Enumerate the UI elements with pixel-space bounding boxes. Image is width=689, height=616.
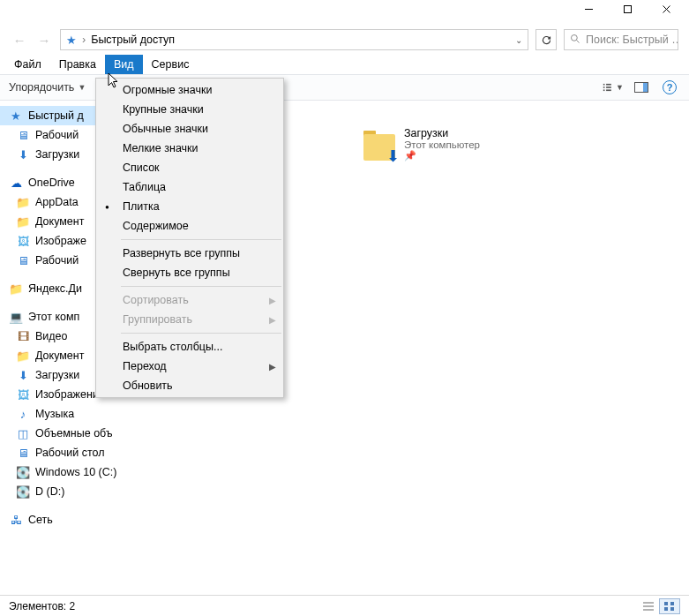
svg-rect-17	[664, 602, 668, 605]
help-icon: ?	[663, 80, 677, 94]
svg-rect-9	[606, 84, 611, 86]
folder-icon: 📁	[9, 282, 23, 296]
network-icon: 🖧	[9, 513, 23, 527]
desktop-icon: 🖥	[16, 446, 30, 460]
minimize-button[interactable]	[569, 0, 608, 18]
cloud-icon: ☁	[9, 176, 23, 190]
dd-normal-icons[interactable]: Обычные значки	[96, 119, 283, 139]
forward-button[interactable]: →	[35, 31, 53, 49]
dd-content[interactable]: Содержимое	[96, 216, 283, 236]
view-dropdown: Огромные значки Крупные значки Обычные з…	[95, 78, 284, 398]
address-bar[interactable]: ★ › Быстрый доступ ⌄	[60, 29, 528, 50]
drive-icon: 💽	[16, 485, 30, 499]
dd-sort: Сортировать▶	[96, 290, 283, 310]
tree-volumes[interactable]: ◫Объемные объ	[0, 424, 124, 443]
refresh-button[interactable]	[535, 29, 557, 50]
maximize-button[interactable]	[608, 0, 647, 18]
svg-line-5	[577, 40, 580, 42]
svg-rect-19	[664, 607, 668, 611]
svg-rect-18	[670, 602, 674, 605]
address-dropdown-button[interactable]: ⌄	[515, 35, 522, 45]
tree-ddrive[interactable]: 💽D (D:)	[0, 482, 124, 501]
folder-icon: 📁	[16, 195, 30, 209]
chevron-right-icon: ▶	[269, 362, 276, 372]
tree-network[interactable]: 🖧Сеть	[0, 510, 124, 530]
pc-icon: 💻	[9, 310, 23, 324]
help-button[interactable]: ?	[659, 78, 680, 97]
preview-pane-button[interactable]	[631, 78, 652, 97]
folder-icon: 📁	[16, 349, 30, 363]
bullet-icon: ●	[105, 203, 109, 211]
breadcrumb[interactable]: Быстрый доступ	[91, 34, 175, 46]
search-icon	[570, 34, 580, 47]
statusbar-icons-view[interactable]	[659, 598, 680, 614]
navigation-row: ← → ★ › Быстрый доступ ⌄ Поиск: Быстрый …	[0, 25, 689, 55]
dd-columns[interactable]: Выбрать столбцы...	[96, 337, 283, 357]
drive-icon: 💽	[16, 465, 30, 479]
download-icon: ⬇	[16, 147, 30, 162]
tree-cdrive[interactable]: 💽Windows 10 (C:)	[0, 462, 124, 482]
svg-point-4	[572, 34, 578, 41]
svg-rect-8	[603, 89, 605, 91]
status-bar: Элементов: 2	[0, 595, 689, 616]
tree-music[interactable]: ♪Музыка	[0, 404, 124, 424]
menu-file[interactable]: Файл	[5, 55, 50, 74]
dd-list[interactable]: Список	[96, 158, 283, 177]
menu-view[interactable]: Вид	[105, 55, 143, 74]
svg-rect-7	[603, 86, 605, 88]
dd-expand-groups[interactable]: Развернуть все группы	[96, 244, 283, 263]
svg-rect-10	[606, 86, 611, 88]
svg-rect-11	[606, 89, 611, 91]
svg-rect-20	[670, 607, 674, 611]
folder-sub: Этот компьютер	[404, 139, 480, 150]
folder-name: Загрузки	[404, 127, 480, 139]
svg-rect-6	[603, 84, 605, 86]
menu-edit[interactable]: Правка	[50, 55, 105, 74]
chevron-right-icon: ▶	[269, 315, 276, 325]
svg-rect-13	[643, 83, 648, 92]
chevron-right-icon: ▶	[269, 296, 276, 305]
dd-table[interactable]: Таблица	[96, 177, 283, 197]
search-input[interactable]: Поиск: Быстрый …	[564, 29, 678, 50]
statusbar-details-view[interactable]	[638, 598, 659, 614]
chevron-down-icon: ▼	[616, 83, 624, 92]
desktop-icon: 🖥	[16, 128, 30, 142]
breadcrumb-separator: ›	[82, 34, 86, 46]
window-titlebar	[0, 0, 689, 25]
dd-refresh[interactable]: Обновить	[96, 376, 283, 395]
dd-tile[interactable]: ●Плитка	[96, 197, 283, 216]
organize-label: Упорядочить	[9, 81, 74, 94]
image-icon: 🖼	[16, 387, 30, 402]
download-badge-icon: ⬇	[385, 148, 401, 164]
pin-icon: 📌	[404, 150, 480, 162]
view-options-button[interactable]: ▼	[603, 78, 624, 97]
image-icon: 🖼	[16, 234, 30, 248]
search-placeholder: Поиск: Быстрый …	[586, 34, 678, 46]
chevron-down-icon: ▼	[78, 83, 86, 92]
close-button[interactable]	[647, 0, 685, 18]
dd-separator	[121, 286, 281, 287]
status-items: Элементов: 2	[9, 600, 75, 612]
dd-large-icons[interactable]: Крупные значки	[96, 100, 283, 119]
menubar: Файл Правка Вид Сервис	[0, 55, 689, 74]
quick-access-icon: ★	[66, 34, 77, 47]
menu-service[interactable]: Сервис	[143, 55, 198, 74]
back-button[interactable]: ←	[11, 31, 28, 49]
dd-separator	[121, 239, 281, 240]
music-icon: ♪	[16, 407, 30, 421]
folder-icon: ⬇	[362, 129, 397, 161]
dd-separator	[121, 333, 281, 334]
folder-item-downloads[interactable]: ⬇ Загрузки Этот компьютер 📌	[362, 127, 480, 162]
folder-icon: 📁	[16, 214, 30, 229]
star-icon: ★	[9, 109, 23, 123]
organize-button[interactable]: Упорядочить ▼	[9, 81, 86, 94]
dd-huge-icons[interactable]: Огромные значки	[96, 80, 283, 100]
svg-rect-1	[624, 5, 631, 12]
dd-collapse-groups[interactable]: Свернуть все группы	[96, 263, 283, 282]
dd-goto[interactable]: Переход▶	[96, 357, 283, 376]
tree-desktop3[interactable]: 🖥Рабочий стол	[0, 443, 124, 462]
dd-small-icons[interactable]: Мелкие значки	[96, 139, 283, 158]
video-icon: 🎞	[16, 329, 30, 343]
cube-icon: ◫	[16, 426, 30, 440]
dd-group: Группировать▶	[96, 310, 283, 329]
